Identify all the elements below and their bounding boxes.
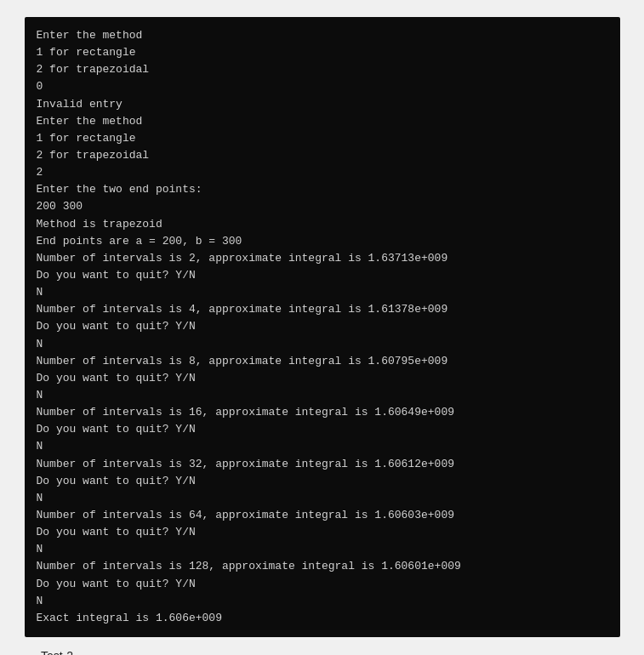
terminal-window: Enter the method 1 for rectangle 2 for t…: [25, 17, 620, 637]
terminal-output: Enter the method 1 for rectangle 2 for t…: [37, 27, 608, 627]
caption-label: Test-2: [41, 649, 73, 655]
